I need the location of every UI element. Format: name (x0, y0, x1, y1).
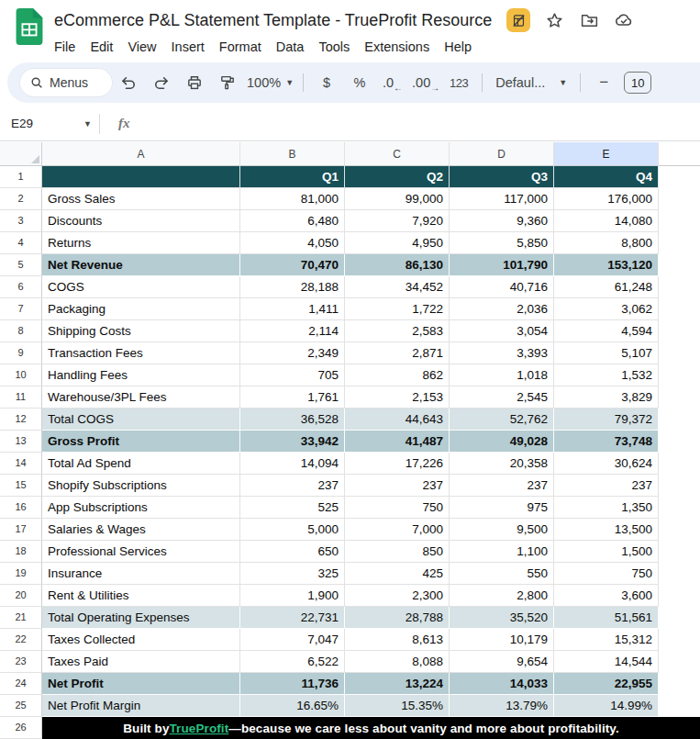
cell[interactable]: 975 (450, 497, 554, 519)
cell[interactable]: 40,716 (450, 276, 554, 298)
cell[interactable]: 425 (345, 563, 450, 585)
menu-file[interactable]: File (47, 38, 83, 56)
cell[interactable]: Net Profit (42, 673, 240, 695)
cell[interactable]: 2,036 (450, 298, 554, 320)
cell[interactable]: 7,920 (345, 210, 450, 232)
cell[interactable]: 99,000 (345, 188, 450, 210)
cell[interactable]: 1,761 (240, 386, 345, 409)
cell[interactable]: 6,522 (240, 651, 345, 673)
cell[interactable]: 22,955 (554, 673, 659, 695)
cell[interactable]: 237 (240, 475, 345, 497)
redo-icon[interactable] (148, 70, 175, 95)
cell[interactable]: 2,583 (345, 320, 450, 342)
row-header-22[interactable]: 22 (0, 629, 42, 651)
cell[interactable]: 52,762 (450, 409, 554, 431)
cell[interactable]: 15.35% (345, 695, 450, 717)
menu-extensions[interactable]: Extensions (357, 38, 437, 56)
cell[interactable]: 61,248 (554, 276, 659, 298)
cell[interactable]: Rent & Utilities (42, 585, 240, 607)
formula-input[interactable] (130, 106, 700, 140)
cell[interactable]: 2,300 (345, 585, 450, 607)
view-only-badge-icon[interactable] (506, 8, 530, 32)
row-header-5[interactable]: 5 (0, 254, 42, 276)
menu-help[interactable]: Help (437, 38, 479, 56)
cell[interactable]: 11,736 (240, 673, 345, 695)
row-header-10[interactable]: 10 (0, 364, 42, 386)
row-header-1[interactable]: 1 (0, 166, 42, 188)
cell[interactable]: App Subscriptions (42, 497, 240, 519)
cell[interactable]: 3,054 (450, 320, 554, 342)
row-header-19[interactable]: 19 (0, 563, 42, 585)
cell[interactable]: Taxes Collected (42, 629, 240, 651)
column-header-B[interactable]: B (240, 142, 345, 166)
cell[interactable]: 2,114 (240, 320, 345, 342)
cell[interactable]: 20,358 (450, 453, 554, 475)
cell[interactable]: 14,094 (240, 453, 345, 475)
cell[interactable]: Handling Fees (42, 364, 240, 386)
row-header-14[interactable]: 14 (0, 453, 42, 475)
cell[interactable]: 1,500 (554, 541, 659, 563)
cell[interactable]: 49,028 (450, 431, 554, 453)
row-header-15[interactable]: 15 (0, 475, 42, 497)
cell[interactable]: Returns (42, 232, 240, 254)
cell[interactable]: 36,528 (240, 409, 345, 431)
cell[interactable]: 13.79% (450, 695, 554, 717)
cell[interactable]: 4,050 (240, 232, 345, 254)
sheets-logo-icon[interactable] (16, 8, 43, 45)
cell[interactable]: 237 (345, 475, 450, 497)
paint-format-icon[interactable] (214, 70, 241, 95)
trueprofit-link[interactable]: TrueProfit (170, 722, 229, 735)
row-header-17[interactable]: 17 (0, 519, 42, 541)
cell[interactable]: 550 (450, 563, 554, 585)
cell[interactable]: 3,600 (554, 585, 659, 607)
row-header-16[interactable]: 16 (0, 497, 42, 519)
cell[interactable]: Q3 (450, 166, 554, 188)
cell[interactable]: 862 (345, 364, 450, 386)
cell[interactable]: 4,950 (345, 232, 450, 254)
cell[interactable]: 1,411 (240, 298, 345, 320)
cell[interactable]: 16.65% (240, 695, 345, 717)
cell[interactable]: Net Revenue (42, 254, 240, 276)
cell[interactable]: Shipping Costs (42, 320, 240, 342)
cell[interactable]: 1,532 (554, 364, 659, 386)
select-all-corner[interactable] (0, 142, 42, 166)
cell[interactable]: 237 (554, 475, 659, 497)
cell[interactable]: 14,544 (554, 651, 659, 673)
cell[interactable]: 5,000 (240, 519, 345, 541)
cell[interactable]: 5,850 (450, 232, 554, 254)
cell[interactable]: Total COGS (42, 409, 240, 431)
row-header-11[interactable]: 11 (0, 386, 42, 409)
cell[interactable]: 117,000 (450, 188, 554, 210)
row-header-4[interactable]: 4 (0, 232, 42, 254)
cell[interactable]: Total Ad Spend (42, 453, 240, 475)
row-header-18[interactable]: 18 (0, 541, 42, 563)
row-header-3[interactable]: 3 (0, 210, 42, 232)
cell[interactable]: 86,130 (345, 254, 450, 276)
row-header-23[interactable]: 23 (0, 651, 42, 673)
menus-search-button[interactable]: Menus (20, 69, 112, 96)
row-header-9[interactable]: 9 (0, 342, 42, 364)
cell[interactable]: Shopify Subscriptions (42, 475, 240, 497)
cell[interactable]: 4,594 (554, 320, 659, 342)
cell[interactable]: 30,624 (554, 453, 659, 475)
row-header-7[interactable]: 7 (0, 298, 42, 320)
cell[interactable]: Warehouse/3PL Fees (42, 386, 240, 409)
row-header-20[interactable]: 20 (0, 585, 42, 607)
cell[interactable]: 2,871 (345, 342, 450, 364)
cell[interactable]: Professional Services (42, 541, 240, 563)
column-header-D[interactable]: D (450, 142, 554, 166)
cell[interactable]: Total Operating Expenses (42, 607, 240, 629)
cell[interactable]: 3,829 (554, 386, 659, 409)
cell[interactable]: 650 (240, 541, 345, 563)
cell[interactable]: Net Profit Margin (42, 695, 240, 717)
row-header-21[interactable]: 21 (0, 607, 42, 629)
move-folder-icon[interactable] (578, 9, 600, 31)
column-header-C[interactable]: C (345, 142, 450, 166)
cell[interactable]: 2,349 (240, 342, 345, 364)
row-header-12[interactable]: 12 (0, 409, 42, 431)
cell[interactable] (42, 166, 240, 188)
cell[interactable]: 13,224 (345, 673, 450, 695)
row-header-13[interactable]: 13 (0, 431, 42, 453)
cell[interactable]: 176,000 (554, 188, 659, 210)
cell[interactable]: 14,080 (554, 210, 659, 232)
